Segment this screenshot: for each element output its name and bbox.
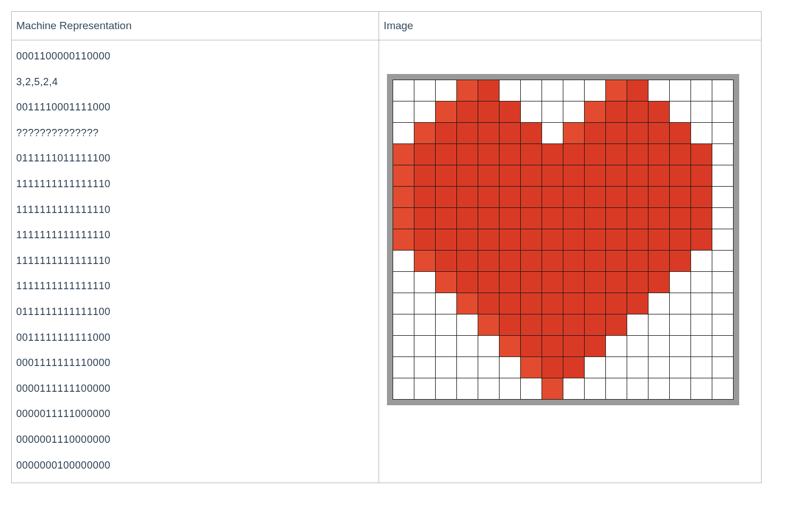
pixel <box>521 101 542 123</box>
pixel <box>500 251 521 272</box>
pixel <box>414 80 436 101</box>
pixel <box>648 165 670 187</box>
pixel <box>457 272 478 293</box>
pixel <box>606 144 627 165</box>
pixel <box>393 165 414 187</box>
pixel <box>500 101 521 123</box>
representation-line: 0011111111111000 <box>16 332 374 344</box>
pixel <box>691 165 712 187</box>
pixel <box>521 293 542 314</box>
representation-line: 0111111111111100 <box>16 306 374 318</box>
pixel <box>712 272 734 293</box>
pixel <box>521 357 542 378</box>
pixel <box>712 187 734 208</box>
pixel <box>712 357 734 378</box>
pixel <box>436 314 457 336</box>
pixel <box>648 187 670 208</box>
pixel <box>478 251 500 272</box>
pixel <box>542 123 563 144</box>
pixel <box>648 101 670 123</box>
pixel <box>627 229 648 251</box>
pixel <box>457 336 478 357</box>
pixel <box>521 229 542 251</box>
pixel <box>393 336 414 357</box>
pixel <box>478 229 500 251</box>
pixel <box>670 144 691 165</box>
pixel <box>500 229 521 251</box>
pixel <box>542 293 563 314</box>
pixel <box>436 165 457 187</box>
pixel <box>414 187 436 208</box>
pixel <box>648 229 670 251</box>
pixel <box>712 293 734 314</box>
representation-line: 0011110001111000 <box>16 101 374 114</box>
pixel <box>521 272 542 293</box>
pixel <box>627 123 648 144</box>
pixel <box>563 187 585 208</box>
pixel <box>478 272 500 293</box>
pixel <box>670 123 691 144</box>
pixel <box>478 336 500 357</box>
pixel <box>627 314 648 336</box>
pixel <box>627 378 648 400</box>
representation-line: 0111111011111100 <box>16 152 374 165</box>
pixel <box>627 272 648 293</box>
pixel <box>521 80 542 101</box>
pixel <box>648 272 670 293</box>
pixel <box>691 229 712 251</box>
bitmap-table: Machine Representation Image 00011000001… <box>11 11 762 483</box>
pixel <box>670 208 691 229</box>
pixel <box>393 272 414 293</box>
pixel <box>500 187 521 208</box>
pixel <box>585 357 606 378</box>
pixel <box>414 123 436 144</box>
pixel <box>691 123 712 144</box>
pixel <box>563 357 585 378</box>
pixel <box>712 336 734 357</box>
pixel <box>521 208 542 229</box>
pixel <box>691 208 712 229</box>
representation-line: 0001100000110000 <box>16 50 374 63</box>
pixel <box>457 80 478 101</box>
pixel <box>414 357 436 378</box>
representation-line: 1111111111111110 <box>16 255 374 267</box>
pixel <box>500 336 521 357</box>
pixel <box>393 314 414 336</box>
pixel <box>393 144 414 165</box>
image-cell <box>379 40 762 483</box>
pixel <box>542 229 563 251</box>
representation-cell: 00011000001100003,2,5,2,4001111000111100… <box>12 40 379 483</box>
pixel <box>436 229 457 251</box>
pixel <box>648 293 670 314</box>
pixel <box>648 80 670 101</box>
pixel <box>712 165 734 187</box>
pixel <box>670 229 691 251</box>
pixel <box>500 378 521 400</box>
pixel <box>393 101 414 123</box>
pixel <box>563 251 585 272</box>
pixel <box>414 336 436 357</box>
representation-line: 0001111111110000 <box>16 357 374 369</box>
pixel <box>457 208 478 229</box>
pixel <box>670 293 691 314</box>
pixel <box>436 251 457 272</box>
pixel <box>521 378 542 400</box>
pixel <box>627 251 648 272</box>
pixel <box>691 357 712 378</box>
header-representation: Machine Representation <box>12 12 379 40</box>
pixel <box>478 357 500 378</box>
pixel <box>648 208 670 229</box>
pixel <box>521 123 542 144</box>
pixel <box>627 101 648 123</box>
pixel <box>542 272 563 293</box>
pixel <box>585 144 606 165</box>
pixel <box>712 80 734 101</box>
pixel <box>585 336 606 357</box>
pixel <box>542 187 563 208</box>
pixel <box>691 80 712 101</box>
pixel <box>393 187 414 208</box>
pixel <box>521 336 542 357</box>
pixel <box>436 144 457 165</box>
pixel <box>712 229 734 251</box>
pixel <box>436 293 457 314</box>
